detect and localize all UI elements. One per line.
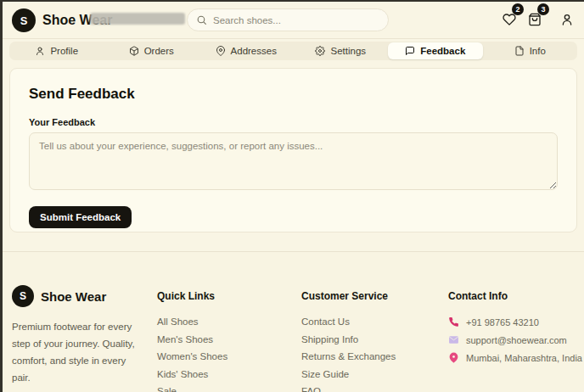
tab-info[interactable]: Info	[483, 42, 578, 60]
tab-bar: ProfileOrdersAddressesSettingsFeedbackIn…	[9, 42, 577, 60]
quick-link-kids-shoes[interactable]: Kids' Shoes	[157, 369, 301, 379]
contact-value: +91 98765 43210	[466, 317, 539, 328]
search-box[interactable]	[187, 8, 389, 31]
service-link-faq[interactable]: FAQ	[301, 386, 448, 392]
customer-service-heading: Customer Service	[301, 290, 448, 302]
redacted-text-block	[90, 13, 185, 25]
account-button[interactable]	[560, 13, 574, 26]
tab-label: Info	[530, 46, 546, 56]
service-link-size-guide[interactable]: Size Guide	[301, 369, 448, 379]
contact-row-mail: support@shoewear.com	[448, 334, 584, 345]
tab-feedback[interactable]: Feedback	[388, 42, 483, 59]
feedback-textarea[interactable]	[29, 132, 558, 190]
footer-description: Premium footwear for every step of your …	[12, 318, 143, 386]
tab-addresses[interactable]: Addresses	[199, 42, 294, 60]
shopping-bag-icon	[528, 13, 542, 26]
tab-label: Feedback	[420, 46, 465, 56]
wishlist-count-badge: 2	[512, 3, 524, 15]
quick-link-women-s-shoes[interactable]: Women's Shoes	[157, 351, 301, 361]
page: S Shoe Wear 2 3 ProfileOrdersAddressesSe…	[0, 0, 584, 392]
tab-label: Settings	[330, 46, 366, 56]
page-title: Send Feedback	[29, 86, 558, 103]
service-link-shipping-info[interactable]: Shipping Info	[301, 334, 448, 344]
brand-logo: S	[12, 8, 36, 32]
footer-contact-column: Contact Info +91 98765 43210support@shoe…	[448, 285, 584, 392]
tab-label: Profile	[50, 46, 78, 56]
phone-icon	[448, 316, 459, 328]
footer-brand-name: Shoe Wear	[41, 289, 106, 304]
service-link-returns-exchanges[interactable]: Returns & Exchanges	[301, 351, 448, 361]
footer-brand-logo: S	[12, 285, 34, 307]
file-icon	[514, 46, 525, 56]
tab-label: Addresses	[231, 46, 277, 56]
heart-icon	[503, 13, 516, 26]
quick-link-all-shoes[interactable]: All Shoes	[157, 316, 301, 327]
search-input[interactable]	[213, 15, 379, 25]
footer-brand-column: S Shoe Wear Premium footwear for every s…	[12, 285, 157, 392]
footer-logo-letter: S	[20, 290, 26, 302]
header: S Shoe Wear 2 3	[3, 2, 584, 39]
wishlist-button[interactable]: 2	[503, 13, 516, 26]
quick-link-men-s-shoes[interactable]: Men's Shoes	[157, 334, 301, 344]
contact-row-phone: +91 98765 43210	[448, 316, 584, 328]
cart-button[interactable]: 3	[528, 13, 542, 26]
tab-label: Orders	[144, 46, 174, 56]
quick-link-sale[interactable]: Sale	[157, 386, 301, 392]
contact-value: Mumbai, Maharashtra, India	[466, 353, 582, 363]
contact-row-map-pin-filled: Mumbai, Maharashtra, India	[448, 352, 584, 363]
cart-count-badge: 3	[537, 3, 549, 15]
map-pin-icon	[216, 46, 226, 56]
quick-links-heading: Quick Links	[157, 290, 301, 302]
settings-icon	[315, 46, 325, 56]
mail-icon	[448, 334, 459, 345]
footer-customer-service-column: Customer Service Contact UsShipping Info…	[301, 285, 448, 392]
contact-info-heading: Contact Info	[448, 290, 584, 302]
service-link-contact-us[interactable]: Contact Us	[301, 316, 448, 327]
footer: S Shoe Wear Premium footwear for every s…	[3, 251, 584, 392]
map-pin-filled-icon	[448, 352, 459, 363]
user-icon	[35, 46, 45, 56]
brand-logo-letter: S	[20, 14, 28, 27]
footer-quick-links-column: Quick Links All ShoesMen's ShoesWomen's …	[157, 285, 301, 392]
message-icon	[405, 46, 415, 56]
user-icon	[560, 13, 574, 26]
feedback-field-label: Your Feedback	[29, 117, 558, 127]
search-icon	[196, 14, 207, 25]
package-icon	[129, 46, 139, 56]
tab-orders[interactable]: Orders	[104, 42, 199, 60]
contact-value: support@shoewear.com	[466, 335, 567, 345]
submit-feedback-button[interactable]: Submit Feedback	[29, 206, 132, 228]
tab-settings[interactable]: Settings	[294, 42, 389, 60]
tab-profile[interactable]: Profile	[9, 42, 104, 60]
feedback-card: Send Feedback Your Feedback Submit Feedb…	[9, 68, 577, 232]
